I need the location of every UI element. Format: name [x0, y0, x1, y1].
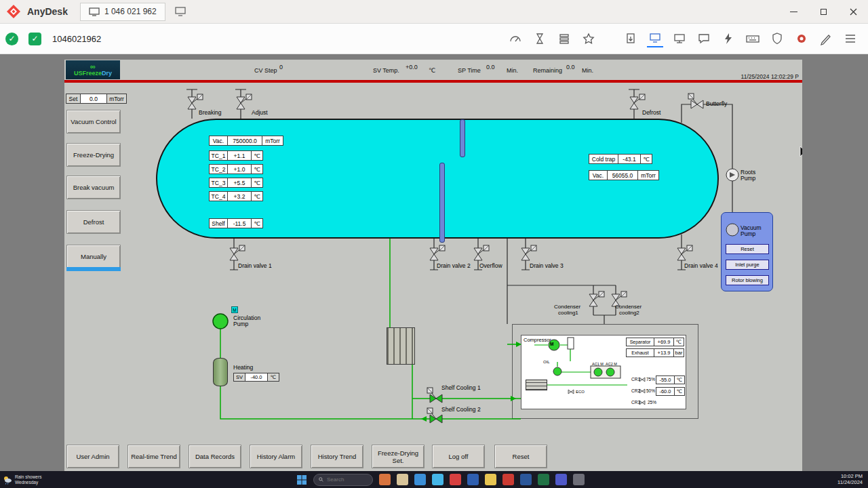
sidebar-item-break-vacuum[interactable]: Break vacuum [66, 176, 121, 199]
cr1-label: CR1 [631, 377, 640, 382]
set-vacuum-field: Set mTorr [66, 94, 127, 104]
cr2-temp-readout: -60.0 ℃ [656, 387, 685, 396]
sidebar-item-vacuum-control[interactable]: Vacuum Control [66, 110, 121, 134]
keyboard-icon[interactable] [745, 30, 761, 47]
vac2-label: Vac. [589, 170, 608, 180]
weather-widget[interactable]: Rain showers Wednesday [3, 474, 41, 485]
permissions-icon[interactable] [769, 30, 785, 47]
tc1-readout: TC_1 +1.1 ℃ [209, 150, 263, 161]
user-admin-button[interactable]: User Admin [66, 445, 119, 468]
defrost-valve[interactable] [630, 94, 645, 109]
start-button[interactable] [296, 474, 307, 485]
notes-icon[interactable] [397, 474, 408, 485]
overflow-valve[interactable] [474, 245, 489, 260]
display-settings-icon[interactable] [671, 30, 688, 47]
actions-icon[interactable] [720, 30, 736, 47]
set-vacuum-input[interactable] [80, 94, 107, 104]
vac-value: 750000.0 [227, 136, 262, 146]
data-records-button[interactable]: Data Records [189, 445, 241, 468]
rotor-blowing-button[interactable]: Rotor blowing [726, 275, 769, 285]
vacuum-pump-icon[interactable] [726, 224, 738, 236]
anydesk-app-name: AnyDesk [27, 6, 68, 17]
record-session-icon[interactable] [793, 30, 810, 47]
cr1-percent: 75% [646, 377, 655, 382]
close-button[interactable] [838, 0, 868, 24]
sidebar-item-freeze-drying[interactable]: Freeze-Drying [66, 143, 121, 167]
roots-pump-icon[interactable] [726, 169, 738, 181]
heating-sv-unit: ℃ [267, 373, 279, 382]
motor-indicator: M [231, 306, 238, 313]
vacuum-pump-reset-button[interactable]: Reset [726, 244, 769, 254]
session-time-icon[interactable] [532, 30, 548, 47]
real-time-trend-button[interactable]: Real-time Trend [127, 445, 180, 468]
cr2-value: -60.0 [656, 387, 675, 396]
active-mode-indicator [66, 267, 121, 271]
edge-icon[interactable] [414, 474, 426, 485]
drain-valve-2[interactable] [430, 245, 445, 260]
skype-icon[interactable] [432, 474, 443, 485]
condenser-cooling-valve-1[interactable] [589, 291, 604, 306]
remaining-value: 0.0 [566, 64, 575, 70]
teams-icon[interactable] [555, 474, 567, 485]
shelf-cooling-valve-2[interactable] [427, 408, 442, 423]
cv-step-label: CV Step [254, 67, 277, 74]
vac2-unit: mTorr [637, 170, 659, 180]
exhaust-readout: Exhaust +13.9 bar [626, 348, 684, 357]
shelf-cooling-valve-1[interactable] [427, 388, 442, 403]
tc4-value: +3.2 [227, 191, 252, 201]
drain-valve-4[interactable] [677, 245, 692, 260]
session-tab[interactable]: 1 046 021 962 [80, 3, 165, 21]
contacts-icon[interactable] [379, 474, 391, 485]
monitor-switch-icon[interactable] [647, 30, 663, 47]
search-input[interactable] [327, 476, 368, 483]
word-icon[interactable] [520, 474, 532, 485]
chamber-vacuum-readout: Vac. 750000.0 mTorr [209, 136, 283, 146]
maximize-button[interactable] [808, 0, 838, 24]
monitor-icon [89, 7, 100, 16]
tc2-label: TC_2 [209, 164, 228, 174]
taskbar-clock[interactable]: 10:02 PM 11/24/2024 [837, 474, 863, 485]
file-explorer-icon[interactable] [485, 474, 496, 485]
mail-icon[interactable] [467, 474, 479, 485]
chat-icon[interactable] [696, 30, 712, 47]
whiteboard-icon[interactable] [818, 30, 834, 47]
address-book-icon[interactable] [556, 30, 572, 47]
minimize-button[interactable] [778, 0, 808, 24]
reset-button[interactable]: Reset [494, 445, 547, 468]
menu-icon[interactable] [842, 30, 859, 47]
scada-app-window: ∞ USFreezeDry CV Step 0 SV Temp. +0.0 ℃ … [64, 60, 802, 471]
adjust-valve[interactable] [237, 94, 252, 109]
cold-trap-readout: Cold trap -43.1 ℃ [589, 154, 652, 164]
excel-icon[interactable] [538, 474, 549, 485]
vacuum-pump-label-2: Pump [741, 230, 755, 237]
condenser-cooling1-label-1: Condenser [554, 304, 580, 310]
new-session-button[interactable] [175, 7, 187, 16]
history-trend-button[interactable]: History Trend [311, 445, 363, 468]
session-id: 1046021962 [52, 34, 101, 44]
chamber-divider-bottom [439, 163, 445, 243]
drain-valve-1[interactable] [230, 245, 245, 260]
butterfly-valve[interactable] [688, 94, 703, 108]
connection-speed-icon[interactable] [507, 30, 524, 47]
sidebar-item-manually[interactable]: Manually [66, 245, 121, 268]
breaking-valve[interactable] [188, 94, 203, 109]
drain-valve-3[interactable] [521, 245, 536, 260]
circulation-pump-icon[interactable] [213, 314, 228, 329]
sidebar-item-defrost[interactable]: Defrost [66, 210, 121, 234]
opera-icon[interactable] [450, 474, 461, 485]
file-transfer-icon[interactable] [623, 30, 639, 47]
inlet-purge-button[interactable]: Inlet purge [726, 260, 769, 270]
tc3-readout: TC_3 +5.5 ℃ [209, 178, 263, 188]
cr3-label: CR3 [631, 400, 640, 405]
log-off-button[interactable]: Log off [432, 445, 485, 468]
adobe-icon[interactable] [502, 474, 514, 485]
drain-valve-1-label: Drain valve 1 [238, 262, 272, 269]
history-alarm-button[interactable]: History Alarm [250, 445, 302, 468]
settings-icon[interactable] [573, 474, 585, 485]
minimize-icon [790, 12, 797, 12]
freeze-drying-set-button[interactable]: Freeze-Drying Set. [372, 445, 425, 468]
taskbar-search[interactable] [313, 474, 373, 486]
separator-label: Separator [626, 338, 654, 346]
tc3-label: TC_3 [209, 178, 228, 188]
favorites-icon[interactable] [580, 30, 597, 47]
